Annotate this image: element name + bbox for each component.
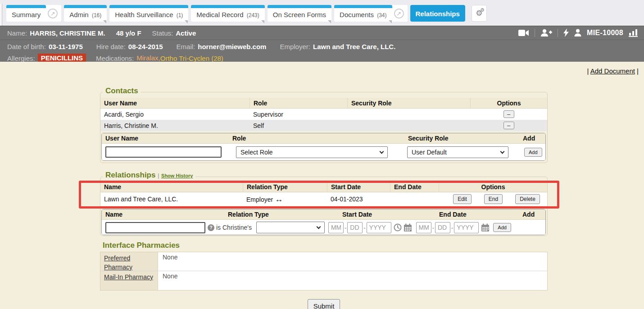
- tab-on-screen-forms[interactable]: On Screen Forms: [268, 5, 331, 22]
- popout-icon[interactable]: ↗: [48, 9, 58, 18]
- clock-icon[interactable]: [394, 223, 402, 232]
- tab-documents-popout-segment: ↗: [391, 5, 408, 22]
- add-document-area: | Add Document |: [587, 67, 639, 75]
- email-value: horner@mieweb.com: [198, 43, 266, 50]
- start-day-input[interactable]: [347, 222, 363, 233]
- relation-type-select[interactable]: [256, 222, 325, 233]
- contacts-title: Contacts: [103, 86, 141, 95]
- show-history-link[interactable]: Show History: [161, 173, 193, 178]
- tab-health-surveillance[interactable]: Health Surveillance (1): [109, 5, 188, 22]
- remove-contact-button[interactable]: –: [503, 110, 514, 118]
- end-day-input[interactable]: [435, 222, 450, 233]
- video-call-icon[interactable]: [518, 29, 529, 36]
- col-options: Options: [439, 182, 547, 192]
- email-label: Email:: [177, 43, 195, 50]
- add-rel-type-header: Relation Type: [228, 211, 342, 218]
- relationship-name-input[interactable]: [105, 222, 205, 233]
- user-icon[interactable]: [574, 29, 581, 36]
- end-relationship-button[interactable]: End: [484, 194, 503, 204]
- add-document-link[interactable]: Add Document: [590, 67, 635, 75]
- col-name: Name: [100, 182, 243, 192]
- medication-link-miralax[interactable]: Miralax: [136, 54, 158, 62]
- tab-medical-record-count: (243): [247, 12, 259, 18]
- help-icon[interactable]: ?: [208, 224, 214, 231]
- chevron-down-icon: [500, 149, 505, 154]
- tab-admin-count: (16): [92, 12, 101, 18]
- add-contact-button[interactable]: Add: [524, 148, 542, 157]
- contact-user-name-input[interactable]: [105, 146, 222, 158]
- relationships-title: Relationships: [105, 171, 155, 179]
- start-month-input[interactable]: [328, 222, 344, 233]
- employer-label: Employer:: [280, 43, 310, 50]
- col-end-date: End Date: [390, 182, 439, 192]
- employer-value: Lawn and Tree Care, LLC.: [313, 43, 395, 50]
- lightning-icon[interactable]: [563, 28, 569, 37]
- contact-row: Harris, Christine M. Self –: [100, 120, 547, 131]
- chevron-down-icon: [316, 225, 321, 229]
- medications-label: Medications:: [96, 55, 134, 62]
- hire-date-label: Hire date:: [96, 43, 126, 50]
- allergy-badge[interactable]: PENICILLINS: [38, 54, 86, 63]
- hire-date-value: 08-24-2015: [128, 43, 163, 50]
- patient-status: Active: [176, 29, 196, 37]
- contact-user-name: Acardi, Sergio: [100, 111, 249, 118]
- relationships-legend: Relationships | Show History: [103, 171, 195, 180]
- patient-id: MIE-10008: [587, 29, 623, 37]
- start-year-input[interactable]: [367, 222, 391, 233]
- add-relationship-box: Name Relation Type Start Date End Date A…: [101, 209, 546, 235]
- end-year-input[interactable]: [454, 222, 479, 233]
- tab-relationships[interactable]: Relationships: [410, 5, 465, 22]
- pharmacies-table: Preferred Pharmacy None Mail-In Pharmacy…: [100, 252, 548, 291]
- add-rel-name-header: Name: [102, 211, 228, 218]
- main-content: | Add Document | Contacts User Name Role…: [0, 62, 644, 309]
- end-month-input[interactable]: [416, 222, 431, 233]
- contact-role: Self: [249, 122, 347, 129]
- tab-summary[interactable]: Summary: [6, 5, 46, 22]
- contact-role-select[interactable]: Select Role: [236, 146, 388, 158]
- relationship-start-date: 04-01-2023: [327, 195, 390, 203]
- tab-admin[interactable]: Admin (16): [64, 5, 107, 22]
- tab-bar: Summary ↗ Admin (16) Health Surveillance…: [0, 0, 644, 26]
- possessive-label: is Christine's: [216, 224, 252, 231]
- name-label: Name:: [7, 29, 27, 37]
- add-rel-start-header: Start Date: [342, 211, 439, 218]
- col-relation-type: Relation Type: [243, 182, 327, 192]
- submit-button[interactable]: Submit: [308, 299, 340, 309]
- tab-documents[interactable]: Documents (34): [334, 5, 392, 22]
- tab-documents-count: (34): [377, 12, 386, 18]
- popout-icon[interactable]: ↗: [394, 9, 404, 18]
- bidirectional-arrow-icon: ↔: [275, 195, 283, 204]
- add-relationship-button[interactable]: Add: [493, 223, 511, 232]
- add-user-icon[interactable]: [540, 29, 552, 37]
- tab-group-summary: Summary ↗: [6, 5, 61, 22]
- mail-in-pharmacy-link[interactable]: Mail-In Pharmacy: [104, 273, 153, 281]
- contact-user-name: Harris, Christine M.: [100, 122, 249, 129]
- relationship-name: Lawn and Tree Care, LLC.: [100, 195, 243, 203]
- tab-medical-record[interactable]: Medical Record (243): [191, 5, 264, 22]
- preferred-pharmacy-link[interactable]: Preferred Pharmacy: [104, 254, 132, 271]
- tab-summary-popout-segment: ↗: [45, 5, 61, 22]
- gear-icon-small: ⚙: [480, 7, 485, 13]
- contact-row: Acardi, Sergio Supervisor –: [100, 109, 547, 120]
- divider: [558, 29, 558, 37]
- pharmacy-row: Mail-In Pharmacy None: [100, 271, 547, 290]
- add-contact-box: User Name Role Security Role Add Select …: [101, 133, 546, 161]
- col-security-role: Security Role: [347, 98, 470, 108]
- patient-age-sex: 48 y/o F: [116, 29, 141, 37]
- medication-link-ortho[interactable]: Ortho Tri-Cyclen (28): [160, 55, 223, 62]
- contact-security-role-select[interactable]: User Default: [407, 146, 508, 158]
- chart-stats-icon[interactable]: [629, 29, 638, 37]
- edit-relationship-button[interactable]: Edit: [453, 194, 472, 204]
- dob-label: Date of birth:: [7, 43, 46, 50]
- status-label: Status:: [152, 29, 173, 37]
- dob-value: 03-11-1975: [49, 43, 83, 50]
- col-options: Options: [470, 98, 547, 108]
- delete-relationship-button[interactable]: Delete: [515, 194, 540, 204]
- calendar-icon[interactable]: [481, 223, 490, 232]
- calendar-icon[interactable]: [404, 223, 412, 232]
- patient-header-icons: MIE-10008: [518, 26, 638, 40]
- settings-gears-button[interactable]: ⚙ ⚙: [472, 5, 487, 22]
- col-role: Role: [249, 98, 347, 108]
- remove-contact-button[interactable]: –: [503, 122, 514, 129]
- add-rel-add-header: Add: [522, 211, 535, 218]
